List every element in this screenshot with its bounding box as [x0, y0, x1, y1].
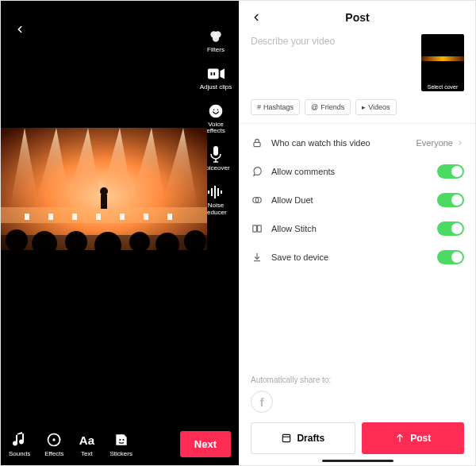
comment-icon [251, 165, 263, 178]
filters-label: Filters [207, 47, 225, 54]
screenshot-container: Filters Adjust clips Voice effects Voice… [0, 0, 476, 466]
svg-rect-3 [208, 68, 219, 79]
svg-rect-12 [208, 191, 209, 194]
description-row: Describe your video Select cover [240, 34, 475, 99]
svg-rect-9 [213, 146, 218, 156]
friends-chip[interactable]: @ Friends [305, 99, 351, 115]
friends-label: Friends [321, 103, 344, 111]
privacy-row[interactable]: Who can watch this video Everyone [251, 129, 464, 157]
text-tool[interactable]: Aa Text [78, 431, 95, 457]
stitch-toggle[interactable] [437, 221, 464, 236]
hashtag-icon: # [257, 104, 261, 111]
voice-effects-icon [207, 102, 225, 120]
chevron-left-icon [14, 24, 25, 35]
stickers-icon [113, 431, 130, 449]
svg-point-43 [53, 438, 56, 441]
stickers-label: Stickers [109, 450, 132, 457]
comments-row: Allow comments [251, 157, 464, 186]
voice-effects-tool[interactable]: Voice effects [206, 102, 225, 136]
noise-reducer-icon [207, 183, 225, 201]
next-button[interactable]: Next [180, 431, 231, 457]
save-toggle[interactable] [437, 250, 464, 264]
filters-icon [207, 28, 225, 45]
svg-rect-24 [1, 207, 207, 223]
effects-tool[interactable]: Effects [44, 431, 63, 457]
svg-rect-5 [211, 72, 213, 75]
voice-effects-label: Voice effects [206, 121, 225, 136]
stickers-tool[interactable]: Stickers [109, 431, 132, 457]
duet-icon [251, 194, 263, 206]
share-section: Automatically share to: f [251, 375, 464, 413]
svg-rect-50 [258, 225, 262, 232]
svg-rect-49 [253, 225, 257, 232]
svg-rect-13 [211, 188, 213, 196]
svg-point-45 [122, 439, 124, 441]
svg-rect-30 [144, 214, 148, 220]
videos-chip[interactable]: ▸ Videos [355, 99, 396, 115]
svg-point-2 [213, 35, 219, 41]
hashtags-label: Hashtags [263, 103, 294, 111]
save-label: Save to device [271, 252, 328, 262]
svg-marker-4 [221, 68, 225, 79]
sounds-label: Sounds [9, 450, 30, 457]
svg-rect-28 [96, 214, 101, 220]
hashtags-chip[interactable]: # Hashtags [251, 99, 300, 115]
svg-rect-29 [120, 214, 125, 220]
svg-rect-51 [283, 434, 290, 441]
svg-rect-6 [213, 72, 215, 75]
svg-rect-26 [48, 214, 53, 220]
action-buttons: Drafts Post [251, 422, 464, 454]
text-icon: Aa [78, 431, 95, 449]
svg-rect-25 [25, 214, 29, 220]
post-icon [394, 433, 405, 444]
cover-thumbnail [421, 56, 464, 61]
video-preview[interactable] [1, 128, 207, 250]
post-panel: Post Describe your video Select cover # … [239, 1, 475, 465]
microphone-icon [207, 146, 225, 164]
description-input[interactable]: Describe your video [251, 34, 415, 82]
back-button[interactable] [10, 20, 29, 39]
page-title: Post [345, 11, 369, 24]
duet-label: Allow Duet [271, 195, 313, 205]
chevron-right-icon [456, 139, 464, 147]
duet-toggle[interactable] [437, 193, 464, 207]
lock-icon [251, 137, 263, 149]
post-button[interactable]: Post [362, 422, 465, 454]
svg-rect-31 [167, 214, 172, 220]
adjust-clips-icon [207, 65, 225, 83]
cover-label: Select cover [421, 84, 464, 90]
bottom-toolbar: Sounds Effects Aa Text [1, 431, 239, 457]
drafts-icon [281, 433, 292, 444]
svg-point-8 [217, 109, 219, 110]
back-button[interactable] [248, 9, 265, 26]
settings-list: Who can watch this video Everyone Allow … [240, 124, 475, 272]
home-indicator [322, 460, 393, 462]
duet-row: Allow Duet [251, 186, 464, 214]
svg-rect-27 [72, 214, 77, 220]
facebook-share-button[interactable]: f [251, 391, 273, 413]
post-header: Post [240, 1, 475, 34]
filters-tool[interactable]: Filters [207, 28, 225, 54]
chip-row: # Hashtags @ Friends ▸ Videos [240, 99, 475, 123]
text-label: Text [81, 450, 93, 457]
effects-label: Effects [44, 450, 63, 457]
stitch-label: Allow Stitch [271, 224, 317, 233]
download-icon [251, 251, 263, 264]
effects-icon [45, 431, 63, 449]
sounds-tool[interactable]: Sounds [9, 431, 30, 457]
privacy-label: Who can watch this video [271, 138, 370, 148]
adjust-clips-tool[interactable]: Adjust clips [200, 65, 232, 91]
share-label: Automatically share to: [251, 375, 464, 384]
editor-panel: Filters Adjust clips Voice effects Voice… [1, 1, 239, 465]
cover-selector[interactable]: Select cover [421, 34, 464, 91]
svg-rect-15 [217, 188, 219, 196]
adjust-clips-label: Adjust clips [200, 84, 232, 91]
music-note-icon [11, 431, 29, 449]
drafts-button[interactable]: Drafts [251, 422, 355, 454]
bottom-tools: Sounds Effects Aa Text [9, 431, 132, 457]
save-row: Save to device [251, 243, 464, 272]
noise-reducer-tool[interactable]: Noise reducer [205, 183, 226, 217]
svg-point-7 [213, 109, 215, 110]
svg-rect-33 [101, 194, 107, 209]
comments-toggle[interactable] [437, 164, 464, 179]
